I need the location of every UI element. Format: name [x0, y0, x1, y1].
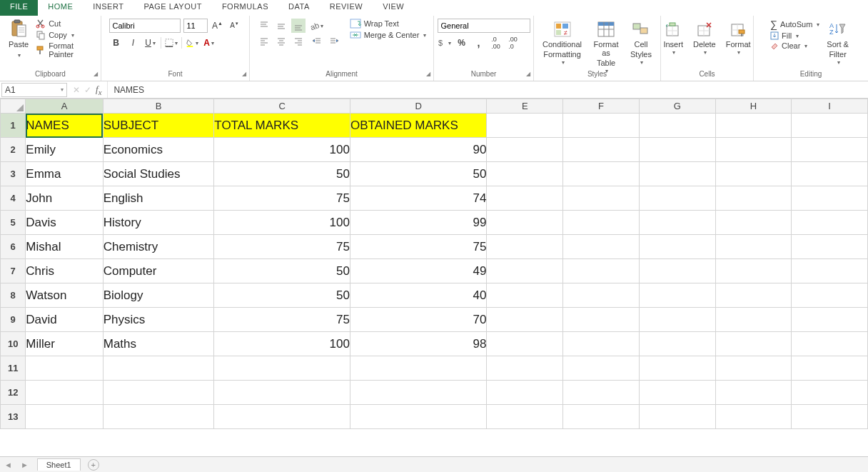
cell-F3[interactable] — [563, 162, 640, 186]
cell-F4[interactable] — [563, 186, 640, 211]
fill-button[interactable]: Fill — [770, 31, 819, 40]
cell-F5[interactable] — [563, 211, 640, 235]
cell-A12[interactable] — [26, 381, 103, 405]
dec-decimal-button[interactable]: .00.0 — [506, 36, 520, 50]
cell-G13[interactable] — [639, 405, 715, 429]
col-header-F[interactable]: F — [563, 99, 640, 114]
cell-H3[interactable] — [715, 162, 792, 186]
cell-B7[interactable]: Computer — [103, 259, 214, 283]
cell-H2[interactable] — [715, 138, 792, 162]
cell-H9[interactable] — [715, 308, 792, 332]
cell-F12[interactable] — [563, 381, 640, 405]
cell-C12[interactable] — [214, 381, 350, 405]
cell-I4[interactable] — [792, 186, 868, 211]
row-header-4[interactable]: 4 — [1, 186, 26, 211]
format-as-table-button[interactable]: Format as Table — [589, 19, 623, 76]
tab-view[interactable]: VIEW — [373, 0, 414, 16]
col-header-D[interactable]: D — [350, 99, 486, 114]
cell-H4[interactable] — [715, 186, 792, 211]
cell-I1[interactable] — [792, 114, 868, 138]
cell-C10[interactable]: 100 — [214, 332, 350, 356]
cell-A9[interactable]: David — [26, 308, 103, 332]
percent-button[interactable]: % — [455, 36, 469, 50]
tab-insert[interactable]: INSERT — [83, 0, 133, 16]
cell-G2[interactable] — [639, 138, 715, 162]
cell-H7[interactable] — [715, 259, 792, 283]
cell-C11[interactable] — [214, 356, 350, 381]
col-header-E[interactable]: E — [487, 99, 563, 114]
cell-I11[interactable] — [792, 356, 868, 381]
cell-C2[interactable]: 100 — [214, 138, 350, 162]
cell-C3[interactable]: 50 — [214, 162, 350, 186]
cell-E10[interactable] — [487, 332, 563, 356]
format-cells-button[interactable]: Format — [723, 19, 754, 58]
row-header-11[interactable]: 11 — [1, 356, 26, 381]
font-name-select[interactable] — [109, 19, 181, 33]
row-header-2[interactable]: 2 — [1, 138, 26, 162]
autosum-button[interactable]: ∑AutoSum — [770, 19, 819, 30]
clear-button[interactable]: Clear — [770, 41, 819, 50]
col-header-G[interactable]: G — [639, 99, 715, 114]
align-top-button[interactable] — [257, 19, 271, 33]
paste-button[interactable]: Paste — [6, 19, 31, 61]
format-painter-button[interactable]: Format Painter — [36, 41, 95, 59]
cell-I13[interactable] — [792, 405, 868, 429]
cell-E4[interactable] — [487, 186, 563, 211]
cell-I3[interactable] — [792, 162, 868, 186]
cell-D11[interactable] — [350, 356, 486, 381]
grow-font-button[interactable]: A▲ — [211, 19, 225, 33]
row-header-1[interactable]: 1 — [1, 114, 26, 138]
cell-D4[interactable]: 74 — [350, 186, 486, 211]
cell-A8[interactable]: Watson — [26, 283, 103, 308]
cell-H6[interactable] — [715, 235, 792, 259]
cell-G8[interactable] — [639, 283, 715, 308]
align-left-button[interactable] — [257, 34, 271, 49]
cell-E11[interactable] — [487, 356, 563, 381]
row-header-3[interactable]: 3 — [1, 162, 26, 186]
cell-H11[interactable] — [715, 356, 792, 381]
cell-E6[interactable] — [487, 235, 563, 259]
cell-E9[interactable] — [487, 308, 563, 332]
accounting-button[interactable]: $ — [438, 36, 452, 50]
row-header-7[interactable]: 7 — [1, 259, 26, 283]
cell-H10[interactable] — [715, 332, 792, 356]
shrink-font-button[interactable]: A▼ — [228, 19, 242, 33]
cell-C1[interactable]: TOTAL MARKS — [214, 114, 350, 138]
insert-cells-button[interactable]: Insert — [660, 19, 686, 58]
cell-F8[interactable] — [563, 283, 640, 308]
row-header-9[interactable]: 9 — [1, 308, 26, 332]
cell-B3[interactable]: Social Studies — [103, 162, 214, 186]
cell-H8[interactable] — [715, 283, 792, 308]
orientation-button[interactable]: ab — [310, 19, 324, 33]
name-box[interactable]: A1▾ — [1, 83, 67, 97]
cell-G1[interactable] — [639, 114, 715, 138]
cell-A2[interactable]: Emily — [26, 138, 103, 162]
cell-I9[interactable] — [792, 308, 868, 332]
merge-center-button[interactable]: Merge & Center — [350, 30, 427, 40]
font-color-button[interactable]: A — [202, 36, 216, 50]
cell-B11[interactable] — [103, 356, 214, 381]
cell-F11[interactable] — [563, 356, 640, 381]
cell-B8[interactable]: Biology — [103, 283, 214, 308]
cell-A4[interactable]: John — [26, 186, 103, 211]
cell-A3[interactable]: Emma — [26, 162, 103, 186]
cell-E7[interactable] — [487, 259, 563, 283]
cell-G9[interactable] — [639, 308, 715, 332]
tab-page-layout[interactable]: PAGE LAYOUT — [133, 0, 212, 16]
cell-I5[interactable] — [792, 211, 868, 235]
cancel-formula-icon[interactable]: ✕ — [73, 85, 80, 95]
row-header-10[interactable]: 10 — [1, 332, 26, 356]
cell-D2[interactable]: 90 — [350, 138, 486, 162]
cell-I8[interactable] — [792, 283, 868, 308]
col-header-I[interactable]: I — [792, 99, 868, 114]
cell-A1[interactable]: NAMES — [26, 114, 103, 138]
cell-F7[interactable] — [563, 259, 640, 283]
col-header-B[interactable]: B — [103, 99, 214, 114]
cell-D5[interactable]: 99 — [350, 211, 486, 235]
formula-input[interactable]: NAMES — [108, 81, 868, 98]
borders-button[interactable] — [164, 36, 178, 50]
cell-D7[interactable]: 49 — [350, 259, 486, 283]
sheet-tab-sheet1[interactable]: Sheet1 — [37, 458, 81, 471]
align-mid-button[interactable] — [274, 19, 288, 33]
cell-E8[interactable] — [487, 283, 563, 308]
